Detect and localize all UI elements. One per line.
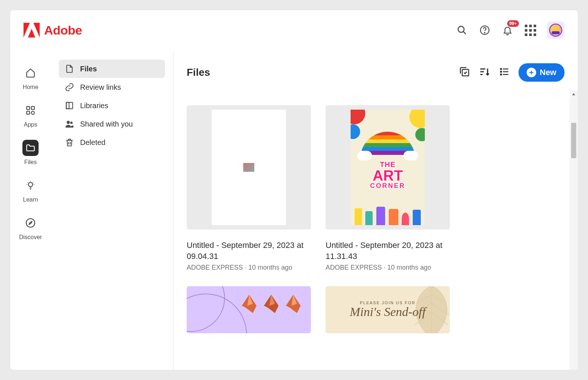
sort-icon bbox=[479, 66, 490, 77]
svg-point-13 bbox=[67, 121, 70, 124]
apps-icon bbox=[25, 105, 36, 116]
svg-rect-23 bbox=[500, 74, 502, 75]
files-grid: Untitled - September 29, 2023 at 09.04.3… bbox=[187, 105, 564, 333]
file-thumbnail bbox=[187, 105, 311, 230]
app-body: Home Apps Files Learn Discover bbox=[10, 50, 578, 370]
avatar-icon bbox=[549, 24, 562, 37]
svg-marker-10 bbox=[29, 221, 32, 224]
file-meta: ADOBE EXPRESS · 10 months ago bbox=[187, 264, 311, 271]
folder-icon bbox=[25, 143, 36, 153]
file-card[interactable] bbox=[187, 286, 311, 333]
svg-rect-4 bbox=[27, 107, 30, 110]
svg-rect-19 bbox=[500, 68, 502, 70]
help-icon bbox=[480, 25, 490, 35]
notifications-button[interactable]: 99+ bbox=[501, 24, 514, 36]
brand-logo[interactable]: Adobe bbox=[24, 23, 82, 38]
select-mode-button[interactable] bbox=[459, 66, 470, 79]
subnav-deleted[interactable]: Deleted bbox=[59, 133, 165, 152]
file-icon bbox=[65, 64, 74, 74]
file-title: Untitled - September 29, 2023 at 09.04.3… bbox=[187, 240, 311, 262]
files-scroll-area[interactable]: Untitled - September 29, 2023 at 09.04.3… bbox=[173, 90, 578, 370]
svg-point-14 bbox=[70, 122, 73, 124]
nav-home[interactable]: Home bbox=[22, 65, 39, 90]
search-icon bbox=[457, 25, 467, 35]
notification-badge: 99+ bbox=[507, 20, 519, 27]
subnav-review-links[interactable]: Review links bbox=[59, 78, 165, 96]
plus-circle-icon bbox=[527, 68, 536, 77]
file-card[interactable]: Please join us for Mini's Send-off bbox=[326, 286, 450, 333]
file-meta: ADOBE EXPRESS · 10 months ago bbox=[326, 264, 450, 271]
home-icon bbox=[25, 68, 36, 78]
new-button[interactable]: New bbox=[519, 63, 564, 82]
svg-point-8 bbox=[28, 182, 33, 187]
svg-marker-33 bbox=[572, 93, 575, 95]
svg-point-9 bbox=[26, 219, 35, 227]
app-switcher-button[interactable] bbox=[524, 24, 537, 36]
link-icon bbox=[65, 82, 74, 92]
svg-point-0 bbox=[458, 26, 464, 32]
scroll-up-arrow[interactable] bbox=[570, 90, 578, 98]
svg-point-3 bbox=[484, 32, 485, 33]
scrollbar[interactable] bbox=[570, 90, 578, 370]
profile-avatar[interactable] bbox=[547, 21, 564, 39]
header-actions: 99+ bbox=[456, 21, 564, 39]
file-card[interactable]: Untitled - September 29, 2023 at 09.04.3… bbox=[187, 105, 311, 271]
main-header: Files New bbox=[173, 50, 578, 85]
brand-name: Adobe bbox=[44, 23, 82, 38]
file-title: Untitled - September 20, 2023 at 11.31.4… bbox=[326, 240, 450, 262]
page-title: Files bbox=[187, 67, 210, 78]
svg-rect-21 bbox=[500, 71, 502, 73]
libraries-icon bbox=[65, 101, 74, 110]
view-toggle-button[interactable] bbox=[499, 66, 510, 79]
svg-rect-6 bbox=[27, 111, 30, 114]
subnav-shared[interactable]: Shared with you bbox=[59, 115, 165, 133]
app-window: Adobe 99+ Hom bbox=[10, 10, 578, 370]
file-thumbnail: Please join us for Mini's Send-off bbox=[326, 286, 450, 333]
people-icon bbox=[65, 119, 74, 129]
svg-rect-12 bbox=[66, 102, 69, 109]
svg-rect-20 bbox=[503, 68, 508, 70]
sort-button[interactable] bbox=[479, 66, 490, 79]
grid-icon bbox=[525, 25, 536, 36]
svg-rect-22 bbox=[503, 71, 508, 72]
subnav-files[interactable]: Files bbox=[59, 60, 165, 78]
select-icon bbox=[459, 66, 470, 77]
nav-apps[interactable]: Apps bbox=[22, 102, 39, 128]
header-bar: Adobe 99+ bbox=[10, 10, 578, 50]
nav-rail: Home Apps Files Learn Discover bbox=[10, 50, 51, 370]
svg-rect-24 bbox=[503, 74, 508, 75]
file-thumbnail: THE ART CORNER bbox=[326, 105, 450, 230]
nav-files[interactable]: Files bbox=[22, 140, 39, 166]
compass-icon bbox=[25, 218, 36, 228]
main-header-actions: New bbox=[459, 63, 564, 82]
help-button[interactable] bbox=[478, 24, 491, 36]
file-card[interactable]: THE ART CORNER bbox=[326, 105, 450, 271]
list-view-icon bbox=[499, 66, 510, 77]
trash-icon bbox=[65, 138, 74, 147]
file-thumbnail bbox=[187, 286, 311, 333]
svg-point-7 bbox=[31, 111, 34, 114]
subnav-libraries[interactable]: Libraries bbox=[59, 96, 165, 115]
svg-rect-5 bbox=[31, 107, 34, 110]
adobe-a-icon bbox=[24, 23, 40, 38]
lightbulb-icon bbox=[25, 180, 36, 191]
scroll-thumb[interactable] bbox=[571, 123, 576, 158]
nav-discover[interactable]: Discover bbox=[19, 215, 42, 241]
nav-learn[interactable]: Learn bbox=[22, 177, 39, 203]
files-subnav: Files Review links Libraries Shared with… bbox=[51, 51, 173, 370]
main-content: Files New bbox=[173, 50, 578, 370]
search-button[interactable] bbox=[456, 24, 468, 36]
svg-line-1 bbox=[463, 32, 466, 34]
